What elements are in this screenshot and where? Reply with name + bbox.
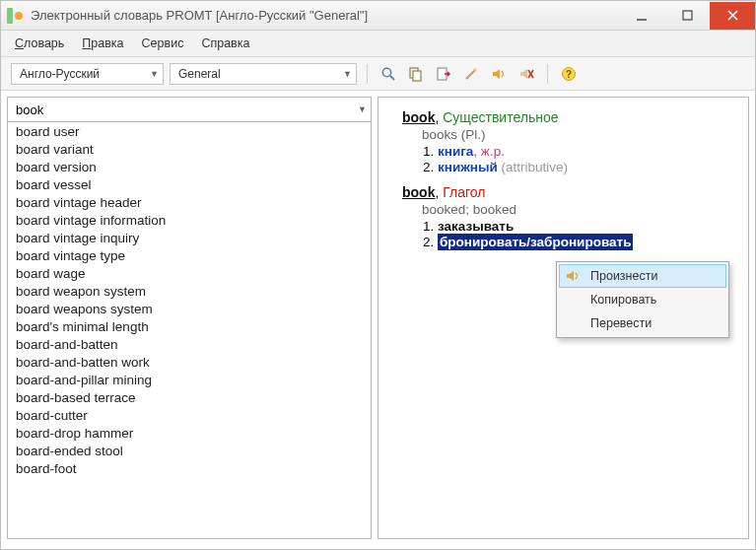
sense-item: книга, ж.р. [438, 144, 732, 159]
noun-senses: книга, ж.р. книжный (attributive) [438, 144, 732, 174]
noun-forms: books (Pl.) [422, 127, 732, 142]
titlebar: Электронный словарь PROMT [Англо-Русский… [1, 1, 755, 31]
list-item[interactable]: board-and-batten [8, 335, 371, 353]
maximize-button[interactable] [664, 2, 710, 30]
copy-button[interactable] [405, 63, 427, 85]
mute-button[interactable] [515, 63, 537, 85]
article-panel: book, Существительное books (Pl.) книга,… [378, 97, 749, 539]
entry-verb-head: book, Глагол [402, 184, 732, 200]
menu-tools[interactable]: Сервис [142, 36, 184, 50]
verb-senses: заказывать бронировать/забронировать [438, 219, 732, 249]
blank-icon [565, 292, 583, 308]
separator [547, 64, 548, 84]
minimize-icon [636, 10, 648, 22]
list-item[interactable]: board variant [8, 140, 371, 158]
context-item-label: Перевести [590, 316, 652, 330]
svg-text:?: ? [566, 69, 572, 80]
svg-point-4 [382, 68, 390, 76]
left-panel: ▼ board userboard variantboard versionbo… [7, 97, 372, 539]
menu-help[interactable]: Справка [201, 36, 249, 50]
list-item[interactable]: board vintage information [8, 211, 371, 229]
list-item[interactable]: board-ended stool [8, 442, 371, 459]
toolbar: Англо-Русский ▼ General ▼ ? [1, 57, 755, 91]
search-button[interactable] [378, 63, 399, 85]
speak-button[interactable] [488, 63, 510, 85]
wordlist[interactable]: board userboard variantboard versionboar… [8, 122, 371, 538]
chevron-down-icon: ▼ [358, 104, 367, 114]
close-button[interactable] [710, 2, 755, 30]
entry-noun-head: book, Существительное [402, 109, 732, 125]
context-item-copy[interactable]: Копировать [559, 288, 726, 311]
minimize-button[interactable] [619, 2, 664, 30]
list-item[interactable]: board-cutter [8, 406, 371, 424]
sense-item: заказывать [438, 219, 732, 234]
export-button[interactable] [433, 63, 454, 85]
list-item[interactable]: board-and-pillar mining [8, 371, 371, 388]
menu-label: ловарь [24, 36, 64, 50]
menu-label: равка [91, 36, 123, 50]
pos-noun: Существительное [443, 109, 558, 125]
copy-icon [408, 66, 424, 82]
list-item[interactable]: board vessel [8, 175, 371, 193]
list-item[interactable]: board vintage inquiry [8, 229, 371, 246]
headword: book [402, 184, 435, 200]
list-item[interactable]: board vintage type [8, 246, 371, 264]
speaker-icon [491, 66, 507, 82]
menu-edit[interactable]: Правка [82, 36, 123, 50]
headword: book [402, 109, 435, 125]
search-icon [380, 66, 396, 82]
list-item[interactable]: board-drop hammer [8, 424, 371, 442]
list-item[interactable]: board weapons system [8, 300, 371, 317]
context-menu: Произнести Копировать Перевести [556, 261, 729, 338]
selected-translation[interactable]: бронировать/забронировать [438, 234, 633, 250]
window-title: Электронный словарь PROMT [Англо-Русский… [31, 8, 368, 23]
separator [367, 64, 368, 84]
list-item[interactable]: board user [8, 122, 371, 140]
svg-line-9 [466, 70, 475, 79]
wand-button[interactable] [460, 63, 482, 85]
wordlist-panel: board userboard variantboard versionboar… [7, 122, 372, 539]
content: ▼ board userboard variantboard versionbo… [1, 91, 755, 545]
svg-rect-1 [683, 11, 692, 20]
search-field[interactable]: ▼ [7, 97, 372, 122]
speaker-icon [565, 268, 583, 284]
context-item-speak[interactable]: Произнести [559, 264, 726, 288]
context-item-label: Произнести [590, 269, 657, 283]
context-item-translate[interactable]: Перевести [559, 311, 726, 335]
list-item[interactable]: board-and-batten work [8, 353, 371, 371]
language-pair-combo[interactable]: Англо-Русский ▼ [11, 63, 164, 85]
svg-line-5 [390, 76, 394, 80]
list-item[interactable]: board-based terrace [8, 388, 371, 406]
svg-rect-7 [413, 71, 421, 81]
menubar: Словарь Правка Сервис Справка [1, 31, 755, 57]
speaker-off-icon [518, 66, 534, 82]
close-icon [727, 10, 738, 21]
verb-forms: booked; booked [422, 202, 732, 217]
maximize-icon [682, 10, 693, 21]
app-icon [7, 8, 23, 24]
sense-item: книжный (attributive) [438, 160, 732, 174]
help-button[interactable]: ? [558, 63, 580, 85]
context-item-label: Копировать [590, 293, 656, 307]
chevron-down-icon: ▼ [343, 69, 352, 79]
blank-icon [565, 315, 583, 331]
window-buttons [619, 2, 755, 30]
svg-point-10 [474, 68, 477, 71]
list-item[interactable]: board weapon system [8, 282, 371, 300]
list-item[interactable]: board's minimal length [8, 317, 371, 335]
help-icon: ? [561, 66, 577, 82]
list-item[interactable]: board wage [8, 264, 371, 282]
list-item[interactable]: board-foot [8, 459, 371, 477]
wand-icon [463, 66, 479, 82]
pos-verb: Глагол [443, 184, 485, 200]
export-icon [436, 66, 451, 82]
dictionary-value: General [178, 67, 221, 81]
list-item[interactable]: board vintage header [8, 193, 371, 211]
menu-dictionary[interactable]: Словарь [15, 36, 64, 50]
language-pair-value: Англо-Русский [20, 67, 100, 81]
sense-item[interactable]: бронировать/забронировать [438, 235, 732, 249]
search-input[interactable] [16, 103, 358, 117]
dictionary-combo[interactable]: General ▼ [170, 63, 357, 85]
list-item[interactable]: board version [8, 158, 371, 175]
chevron-down-icon: ▼ [150, 69, 159, 79]
